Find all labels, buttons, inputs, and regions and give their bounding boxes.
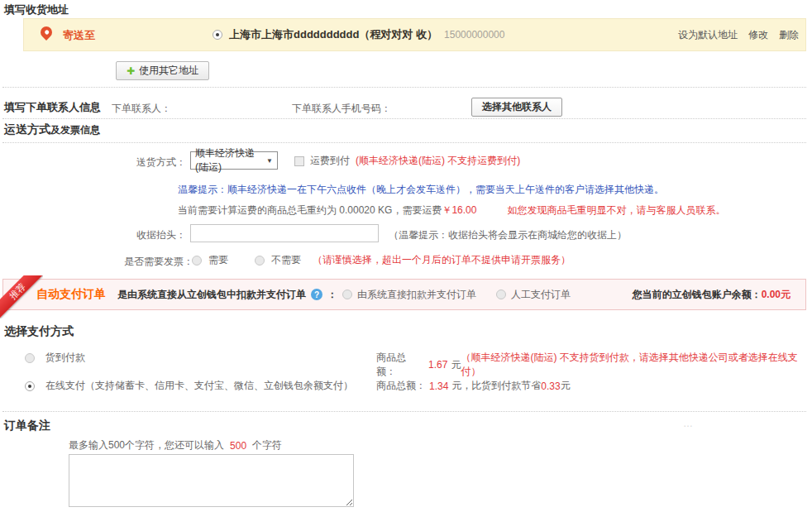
online-total-unit: 元 (561, 379, 571, 393)
cod-note: （顺丰经济快递(陆运) 不支持货到付款，请选择其他快递公司或者选择在线支付） (461, 351, 812, 379)
auto-pay-title: 自动支付订单 (36, 280, 106, 309)
online-pay-option: 在线支付（支持储蓄卡、信用卡、支付宝、微信、立创钱包余额支付） (25, 379, 353, 393)
invoice-yes-label[interactable]: 需要 (208, 253, 228, 267)
online-pay-radio[interactable] (25, 381, 35, 391)
auto-pay-manual-radio[interactable] (496, 289, 506, 299)
wallet-balance-value: 0.00元 (762, 288, 791, 302)
order-contact-label: 下单联系人： (112, 102, 171, 116)
wallet-balance-label: 您当前的立创钱包账户余额： (633, 288, 762, 302)
send-to-label: 寄送至 (63, 28, 95, 43)
choose-other-contact-button[interactable]: 选择其他联系人 (471, 98, 562, 117)
modify-address-link[interactable]: 修改 (748, 28, 768, 42)
weight-note: 如您发现商品毛重明显不对，请与客服人员联系。 (507, 203, 725, 218)
receipt-title-input[interactable] (190, 224, 379, 242)
invoice-yes-radio[interactable] (192, 256, 202, 266)
auto-pay-manual-label[interactable]: 人工支付订单 (511, 288, 571, 302)
cod-option: 货到付款 (25, 351, 85, 365)
order-contact-phone-label: 下单联系人手机号码： (292, 102, 391, 116)
set-default-address-link[interactable]: 设为默认地址 (678, 28, 738, 42)
shipping-method-selected: 顺丰经济快递(陆运) (195, 146, 266, 175)
location-pin-icon (38, 24, 55, 41)
online-total-mid: 元，比货到付款节省 (451, 379, 541, 393)
online-total-label: 商品总额： (376, 379, 426, 393)
address-radio[interactable] (213, 30, 222, 40)
cod-total-amount: 1.67 (428, 359, 447, 371)
shipping-method-label: 送货方式： (136, 156, 186, 170)
invoice-no-radio[interactable] (255, 256, 265, 266)
section-heading-shipping-address: 填写收货地址 (4, 2, 69, 17)
use-other-address-label: 使用其它地址 (139, 64, 198, 78)
weight-text: 当前需要计算运费的商品总毛重约为 0.00020 KG，需要运费 (178, 203, 442, 218)
freight-collect-option: 运费到付 (顺丰经济快递(陆运) 不支持运费到付) (294, 154, 520, 168)
wallet-balance: 您当前的立创钱包账户余额： 0.00元 (633, 280, 791, 309)
freight-fee: ￥16.00 (442, 203, 476, 218)
online-total-amount: 1.34 (429, 380, 448, 392)
chevron-down-icon: ▼ (266, 157, 273, 165)
section-heading-shipping-method: 运送方式及发票信息 (4, 122, 100, 137)
divider (2, 142, 806, 143)
shipping-tip: 温馨提示：顺丰经济快递一在下午六点收件（晚上才会发车送件），需要当天上午送件的客… (178, 183, 664, 197)
online-total-line: 商品总额： 1.34 元，比货到付款节省 0.33 元 (376, 379, 571, 393)
address-actions: 设为默认地址 修改 删除 (678, 19, 799, 50)
notes-limit-suffix: 个字符 (252, 438, 282, 452)
help-question-icon[interactable]: ? (311, 289, 322, 300)
auto-pay-options: 是由系统直接从立创钱包中扣款并支付订单 ? ： 由系统直接扣款并支付订单 人工支… (117, 280, 571, 309)
auto-pay-system-label[interactable]: 由系统直接扣款并支付订单 (357, 288, 476, 302)
online-save-amount: 0.33 (541, 380, 560, 392)
order-notes-textarea[interactable] (69, 454, 354, 507)
online-pay-label[interactable]: 在线支付（支持储蓄卡、信用卡、支付宝、微信、立创钱包余额支付） (45, 379, 353, 393)
cod-total-label: 商品总额： (376, 351, 425, 379)
section-heading-notes: 订单备注 (4, 419, 50, 433)
section-heading-payment: 选择支付方式 (4, 324, 74, 339)
notes-remaining-count: 500 (230, 440, 246, 452)
address-text: 上海市上海市dddddddddd（程对对对 收） (229, 27, 437, 42)
auto-pay-description: 是由系统直接从立创钱包中扣款并支付订单 (117, 288, 306, 302)
faint-ellipsis: … (683, 418, 695, 429)
freight-collect-label[interactable]: 运费到付 (310, 154, 350, 168)
section-heading-contact: 填写下单联系人信息 (4, 100, 101, 115)
auto-pay-bar: 推荐 自动支付订单 是由系统直接从立创钱包中扣款并支付订单 ? ： 由系统直接扣… (2, 279, 806, 310)
freight-weight-line: 当前需要计算运费的商品总毛重约为 0.00020 KG，需要运费 ￥16.00 … (178, 203, 725, 218)
notes-char-count-line: 最多输入500个字符，您还可以输入 500 个字符 (69, 438, 282, 452)
divider (2, 118, 806, 119)
invoice-note: （请谨慎选择，超出一个月后的订单不提供申请开票服务） (313, 253, 571, 267)
plus-icon: ✚ (127, 66, 135, 76)
notes-limit-prefix: 最多输入500个字符，您还可以输入 (69, 438, 224, 452)
shipping-heading-sub: 及发票信息 (50, 124, 100, 136)
invoice-options: 需要 不需要 （请谨慎选择，超出一个月后的订单不提供申请开票服务） (192, 253, 571, 267)
checkout-page: 填写收货地址 寄送至 上海市上海市dddddddddd（程对对对 收） 1500… (0, 0, 812, 512)
freight-collect-note: (顺丰经济快递(陆运) 不支持运费到付) (356, 154, 520, 168)
freight-collect-checkbox[interactable] (294, 156, 304, 166)
receipt-title-tip: （温馨提示：收据抬头将会显示在商城给您的收据上） (389, 228, 627, 242)
invoice-no-label[interactable]: 不需要 (271, 253, 301, 267)
shipping-method-select[interactable]: 顺丰经济快递(陆运) ▼ (190, 151, 278, 170)
delete-address-link[interactable]: 删除 (779, 28, 799, 42)
choose-other-contact-label: 选择其他联系人 (482, 100, 552, 114)
address-bar: 寄送至 上海市上海市dddddddddd（程对对对 收） 15000000000… (23, 18, 806, 51)
receipt-title-label: 收据抬头： (136, 228, 186, 242)
cod-radio[interactable] (25, 353, 35, 363)
use-other-address-button[interactable]: ✚ 使用其它地址 (116, 61, 209, 80)
shipping-heading-main: 运送方式 (4, 122, 50, 136)
address-phone: 15000000000 (444, 29, 504, 41)
cod-total-unit: 元 (451, 358, 461, 372)
address-option: 上海市上海市dddddddddd（程对对对 收） 15000000000 (213, 19, 504, 50)
divider (2, 87, 806, 88)
divider (2, 411, 806, 412)
cod-total-line: 商品总额： 1.67 元 （顺丰经济快递(陆运) 不支持货到付款，请选择其他快递… (376, 351, 812, 379)
invoice-needed-label: 是否需要发票： (124, 255, 193, 269)
auto-pay-colon: ： (327, 288, 337, 302)
auto-pay-system-radio[interactable] (342, 289, 352, 299)
cod-label[interactable]: 货到付款 (45, 351, 85, 365)
